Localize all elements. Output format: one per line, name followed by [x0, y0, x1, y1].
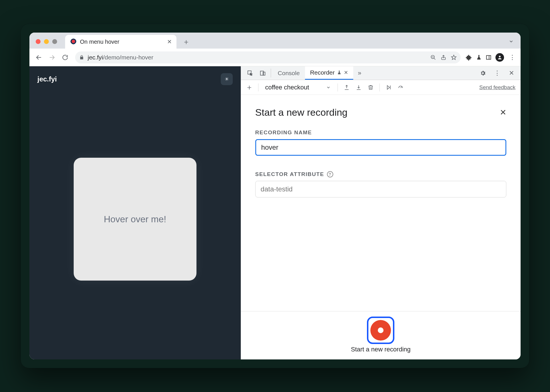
- device-toolbar-icon[interactable]: [256, 66, 269, 80]
- url-text: jec.fyi/demo/menu-hover: [88, 54, 153, 61]
- back-button[interactable]: [33, 52, 44, 63]
- selector-attribute-label: SELECTOR ATTRIBUTE: [255, 171, 324, 177]
- more-tabs-icon[interactable]: »: [353, 66, 366, 80]
- toolbar: jec.fyi/demo/menu-hover: [29, 49, 521, 66]
- reload-button[interactable]: [60, 52, 71, 63]
- window-controls: [29, 39, 63, 49]
- window-minimize-dot[interactable]: [44, 39, 49, 44]
- start-recording-button[interactable]: [367, 317, 394, 344]
- recording-name-input[interactable]: [255, 139, 506, 156]
- tab-console-label: Console: [278, 70, 300, 77]
- tab-recorder-close-icon[interactable]: ✕: [344, 69, 348, 76]
- devtools-panel: Console Recorder ✕ »: [241, 66, 521, 359]
- start-recording-label: Start a new recording: [351, 346, 411, 353]
- tab-title: On menu hover: [80, 39, 164, 45]
- recording-name-label: RECORDING NAME: [255, 129, 506, 136]
- export-icon[interactable]: [342, 83, 352, 92]
- window-close-dot[interactable]: [36, 39, 41, 44]
- selector-attribute-input[interactable]: [255, 181, 506, 197]
- devtools-tabstrip: Console Recorder ✕ »: [241, 66, 521, 80]
- panel-icon[interactable]: [486, 55, 491, 60]
- tab-console[interactable]: Console: [273, 66, 305, 80]
- delete-icon[interactable]: [366, 83, 376, 92]
- panel-close-icon[interactable]: ✕: [500, 108, 506, 117]
- inspect-element-icon[interactable]: [244, 66, 256, 80]
- lock-icon: [79, 55, 84, 60]
- sun-icon: ☀: [224, 76, 229, 82]
- tab-favicon: [70, 39, 77, 45]
- tabs-overflow-button[interactable]: [505, 35, 518, 48]
- recording-select[interactable]: coffee checkout: [262, 83, 334, 92]
- browser-window: On menu hover ✕ ＋: [29, 33, 521, 359]
- theme-toggle-button[interactable]: ☀: [221, 73, 233, 85]
- devtools-settings-icon[interactable]: [477, 70, 489, 76]
- omnibox[interactable]: jec.fyi/demo/menu-hover: [75, 51, 461, 63]
- flask-icon: [337, 70, 342, 75]
- url-host: jec.fyi: [88, 54, 103, 61]
- chrome-menu-icon[interactable]: ⋮: [508, 54, 517, 61]
- record-icon: [370, 320, 391, 341]
- recorder-toolbar: ＋ coffee checkout: [241, 80, 521, 95]
- tab-recorder[interactable]: Recorder ✕: [305, 66, 353, 80]
- page-viewport: jec.fyi ☀ Hover over me!: [29, 66, 241, 359]
- help-icon[interactable]: ?: [327, 171, 333, 177]
- recording-select-value: coffee checkout: [265, 84, 309, 91]
- devtools-close-icon[interactable]: ✕: [505, 69, 518, 77]
- site-logo[interactable]: jec.fyi: [37, 75, 57, 83]
- svg-point-9: [499, 56, 501, 57]
- zoom-out-icon[interactable]: [430, 55, 436, 60]
- svg-line-17: [401, 87, 402, 88]
- url-path: /demo/menu-hover: [103, 54, 153, 61]
- window-zoom-dot[interactable]: [52, 39, 57, 44]
- recorder-footer: Start a new recording: [241, 311, 521, 359]
- svg-line-4: [434, 58, 435, 59]
- tab-recorder-label: Recorder: [310, 69, 335, 76]
- labs-flask-icon[interactable]: [476, 54, 482, 61]
- titlebar: On menu hover ✕ ＋: [29, 33, 521, 49]
- share-icon[interactable]: [441, 55, 446, 60]
- performance-icon[interactable]: [396, 83, 406, 92]
- panel-title: Start a new recording: [255, 107, 348, 118]
- replay-icon[interactable]: [384, 83, 394, 92]
- chevron-down-icon: [326, 85, 331, 90]
- devtools-menu-icon[interactable]: ⋮: [491, 69, 503, 77]
- recorder-body: Start a new recording ✕ RECORDING NAME S…: [241, 95, 521, 311]
- send-feedback-link[interactable]: Send feedback: [479, 84, 517, 91]
- svg-marker-6: [451, 55, 456, 59]
- new-tab-button[interactable]: ＋: [180, 36, 192, 47]
- browser-tab[interactable]: On menu hover ✕: [65, 35, 176, 49]
- new-recording-icon[interactable]: ＋: [244, 83, 254, 92]
- svg-marker-15: [387, 85, 390, 89]
- svg-rect-7: [487, 55, 491, 59]
- hover-demo-card[interactable]: Hover over me!: [74, 158, 196, 281]
- profile-avatar[interactable]: [495, 53, 504, 62]
- hover-card-text: Hover over me!: [104, 214, 166, 225]
- bookmark-star-icon[interactable]: [451, 55, 457, 60]
- extensions-icon[interactable]: [466, 54, 472, 61]
- forward-button[interactable]: [47, 52, 57, 63]
- import-icon[interactable]: [354, 83, 364, 92]
- tab-close-icon[interactable]: ✕: [167, 38, 172, 45]
